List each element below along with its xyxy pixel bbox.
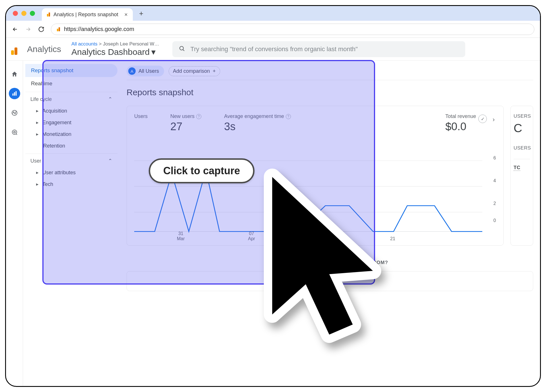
breadcrumb: All accounts > Joseph Lee Personal W… — [71, 41, 159, 47]
click-to-capture-button[interactable]: Click to capture — [149, 158, 255, 183]
ga-favicon-icon — [47, 13, 50, 16]
rail-home-button[interactable] — [9, 69, 20, 80]
caret-right-icon: ▶ — [36, 109, 38, 113]
chevron-up-icon: ⌃ — [108, 158, 112, 164]
caret-right-icon: ▶ — [36, 171, 38, 175]
chevron-right-icon[interactable]: › — [489, 115, 499, 125]
back-button[interactable] — [12, 26, 18, 33]
caret-right-icon: ▶ — [36, 132, 38, 136]
tab-close-icon[interactable]: × — [124, 11, 128, 18]
check-icon[interactable]: ✓ — [478, 115, 487, 123]
side-to-label: TC — [514, 165, 520, 171]
tab-title: Analytics | Reports snapshot — [53, 12, 118, 18]
product-name: Analytics — [27, 44, 61, 54]
all-users-badge: A — [128, 67, 136, 75]
plus-icon: + — [213, 68, 216, 74]
filter-bar: A All Users Add comparison + — [127, 66, 533, 80]
nav-engagement[interactable]: ▶Engagement — [25, 117, 117, 128]
url-favicon-icon — [57, 27, 60, 31]
side-value: C — [514, 121, 530, 135]
metric-avg-engagement[interactable]: Average engagement time ? 3s — [224, 113, 291, 133]
nav-reports-snapshot[interactable]: Reports snapshot — [25, 64, 117, 77]
new-tab-button[interactable]: + — [139, 9, 143, 18]
search-placeholder: Try searching "trend of conversions from… — [191, 45, 358, 53]
all-users-chip[interactable]: A All Users — [127, 66, 164, 76]
help-icon[interactable]: ? — [196, 114, 201, 119]
browser-tab[interactable]: Analytics | Reports snapshot × — [42, 8, 133, 21]
page-title: Reports snapshot — [127, 80, 533, 106]
nav-user-attributes[interactable]: ▶User attributes — [25, 167, 117, 179]
metric-revenue[interactable]: Total revenue $0.0 — [445, 113, 476, 133]
url-input[interactable]: https://analytics.google.com — [51, 24, 534, 35]
minimize-window-icon[interactable] — [21, 11, 26, 16]
browser-url-bar: https://analytics.google.com — [6, 21, 540, 38]
svg-rect-1 — [12, 94, 13, 96]
svg-point-6 — [14, 131, 15, 133]
rail-reports-button[interactable] — [9, 88, 20, 99]
help-icon[interactable]: ? — [286, 114, 291, 119]
chevron-up-icon: ⌃ — [108, 96, 112, 102]
metric-users[interactable]: Users 36 — [134, 113, 148, 133]
nav-realtime[interactable]: Realtime — [25, 77, 117, 90]
y-tick-6: 6 — [493, 155, 496, 161]
y-tick-0: 0 — [493, 218, 496, 223]
side-users-label-2: USERS — [514, 145, 530, 151]
search-icon — [179, 45, 185, 53]
nav-acquisition[interactable]: ▶Acquisition — [25, 105, 117, 117]
side-summary-card: USERS C USERS TC — [510, 106, 533, 246]
left-rail — [6, 61, 23, 386]
nav-monetization[interactable]: ▶Monetization — [25, 128, 117, 140]
dropdown-caret-icon: ▾ — [151, 47, 156, 57]
metric-new-users[interactable]: New users ? 27 — [170, 113, 201, 133]
maximize-window-icon[interactable] — [30, 11, 35, 16]
nav-section-lifecycle[interactable]: Life cycle ⌃ — [25, 92, 117, 105]
breadcrumb-account: Joseph Lee Personal W… — [103, 41, 159, 47]
svg-rect-2 — [14, 92, 15, 96]
browser-tab-bar: Analytics | Reports snapshot × + — [6, 6, 540, 21]
ga-logo-icon[interactable] — [11, 43, 22, 55]
search-bar[interactable]: Try searching "trend of conversions from… — [172, 41, 465, 57]
dashboard-title[interactable]: Analytics Dashboard ▾ — [71, 47, 159, 57]
side-users-label: USERS — [514, 113, 530, 119]
window-traffic-lights — [13, 11, 35, 16]
reports-nav: Reports snapshot Realtime Life cycle ⌃ ▶… — [23, 61, 120, 386]
y-tick-4: 4 — [493, 178, 496, 183]
add-comparison-button[interactable]: Add comparison + — [169, 66, 220, 76]
svg-rect-3 — [15, 91, 16, 96]
breadcrumb-all-accounts[interactable]: All accounts — [71, 41, 98, 47]
caret-right-icon: ▶ — [36, 121, 38, 125]
caret-right-icon: ▶ — [36, 182, 38, 186]
rail-advertising-button[interactable] — [9, 126, 20, 138]
account-picker[interactable]: All accounts > Joseph Lee Personal W… An… — [71, 41, 159, 57]
forward-button[interactable] — [25, 26, 32, 33]
nav-tech[interactable]: ▶Tech — [25, 179, 117, 190]
svg-point-0 — [180, 46, 183, 50]
nav-retention[interactable]: Retention — [25, 140, 117, 152]
x-tick-0: 31Mar — [177, 231, 185, 241]
ga-header: Analytics All accounts > Joseph Lee Pers… — [6, 38, 540, 61]
rail-explore-button[interactable] — [9, 107, 20, 119]
reload-button[interactable] — [38, 26, 45, 33]
svg-point-5 — [12, 130, 17, 134]
nav-section-user[interactable]: User ⌃ — [25, 154, 117, 167]
close-window-icon[interactable] — [13, 11, 18, 16]
cursor-illustration-icon — [242, 165, 410, 371]
y-tick-2: 2 — [493, 201, 496, 206]
url-text: https://analytics.google.com — [64, 26, 134, 32]
